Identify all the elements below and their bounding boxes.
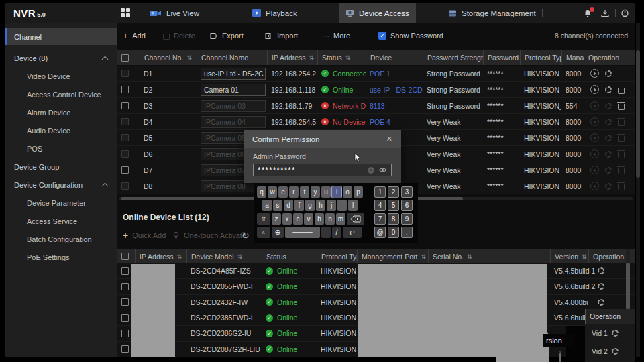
row-checkbox[interactable] xyxy=(121,70,129,77)
row-checkbox[interactable] xyxy=(121,134,129,141)
header-management-port[interactable]: Management Port xyxy=(357,249,428,263)
channel-name-field[interactable]: Camera 01 xyxy=(201,84,266,96)
device-link[interactable]: use-IP - DS-2CD... xyxy=(370,86,423,94)
key-r[interactable]: r xyxy=(289,186,299,198)
show-password-eye-icon[interactable] xyxy=(378,167,387,173)
trash-icon[interactable] xyxy=(618,88,625,94)
row-checkbox[interactable] xyxy=(121,150,129,158)
one-touch-activate-button[interactable]: One-touch Activate xyxy=(172,227,246,244)
quick-add-button[interactable]: +Quick Add xyxy=(123,227,166,244)
header-ip-address[interactable]: IP Address xyxy=(267,50,317,65)
play-icon[interactable] xyxy=(590,69,599,78)
row-checkbox[interactable] xyxy=(121,86,129,93)
sidebar-item-video-device[interactable]: Video Device xyxy=(5,67,117,85)
sidebar-item-poe-settings[interactable]: PoE Settings xyxy=(5,248,117,266)
row-checkbox[interactable] xyxy=(121,166,129,174)
key-z[interactable]: z xyxy=(272,213,281,225)
sidebar-item-batch-configuration[interactable]: Batch Configuration xyxy=(5,230,117,248)
select-all-checkbox[interactable] xyxy=(121,54,129,62)
online-select-all[interactable] xyxy=(117,249,135,263)
gear-icon[interactable] xyxy=(605,70,612,77)
key-n[interactable]: n xyxy=(325,213,335,225)
dash-key[interactable]: - xyxy=(321,227,331,238)
admin-password-input[interactable]: ********** × xyxy=(253,164,392,176)
overlay-vid2-row[interactable]: Vid 2 xyxy=(585,342,635,360)
key-o[interactable]: o xyxy=(343,186,352,198)
gear-icon[interactable] xyxy=(612,330,619,337)
header-channel-no[interactable]: Channel No. xyxy=(140,50,197,65)
key-8[interactable]: 8 xyxy=(388,213,399,225)
alarm-bell-button[interactable] xyxy=(584,3,592,23)
key-u[interactable]: u xyxy=(321,186,331,198)
sidebar-item-device-group-header[interactable]: Device (8) xyxy=(5,49,117,67)
close-icon[interactable]: ✕ xyxy=(386,135,392,143)
header-select-all[interactable] xyxy=(117,50,140,65)
key-b[interactable]: b xyxy=(315,213,324,225)
sidebar-item-audio-device[interactable]: Audio Device xyxy=(5,121,117,139)
symbols-key[interactable]: /. xyxy=(257,227,270,238)
key-t[interactable]: t xyxy=(300,186,309,198)
row-checkbox[interactable] xyxy=(121,298,129,306)
tab-live-view[interactable]: Live View xyxy=(143,3,206,23)
key-x[interactable]: x xyxy=(282,213,292,225)
download-button[interactable] xyxy=(601,3,609,23)
tab-storage-management[interactable]: Storage Management xyxy=(441,3,543,23)
device-link[interactable]: POE 1 xyxy=(370,70,390,78)
key-w[interactable]: w xyxy=(268,186,277,198)
sidebar-item-pos[interactable]: POS xyxy=(5,139,117,158)
key-5[interactable]: 5 xyxy=(388,200,399,211)
key-3[interactable]: 3 xyxy=(401,186,413,198)
header-device-model[interactable]: Device Model xyxy=(186,249,262,263)
sidebar-item-access-control-device[interactable]: Access Control Device xyxy=(5,85,117,103)
key-j[interactable]: j xyxy=(327,200,336,211)
trash-icon[interactable] xyxy=(618,104,625,110)
key-6[interactable]: 6 xyxy=(401,200,413,211)
shift-key[interactable]: ⇧ xyxy=(257,213,270,225)
header-version[interactable]: Version xyxy=(550,249,588,263)
slash-key[interactable]: / xyxy=(332,227,341,238)
space-key[interactable] xyxy=(285,227,320,238)
key-m[interactable]: m xyxy=(336,213,345,225)
key-q[interactable]: q xyxy=(257,186,266,198)
add-button[interactable]: +Add xyxy=(123,27,146,44)
key-2[interactable]: 2 xyxy=(388,186,399,198)
tab-playback[interactable]: Playback xyxy=(246,3,304,23)
gear-icon[interactable] xyxy=(612,348,619,355)
key-s[interactable]: s xyxy=(273,200,282,211)
row-checkbox[interactable] xyxy=(121,314,129,322)
show-password-toggle[interactable]: ✓Show Password xyxy=(378,27,443,44)
key-i-pressed[interactable]: i xyxy=(332,186,341,198)
overlay-vid1-row[interactable]: Vid 1 xyxy=(585,324,635,342)
online-scrollbar-thumb[interactable] xyxy=(626,263,630,310)
key-y[interactable]: y xyxy=(311,186,320,198)
import-button[interactable]: Import xyxy=(265,27,298,44)
gear-icon[interactable] xyxy=(598,283,604,290)
page-scrollbar-thumb[interactable] xyxy=(636,50,640,178)
row-checkbox[interactable] xyxy=(121,345,129,353)
key-k[interactable] xyxy=(337,200,347,211)
globe-key[interactable]: ⊕ xyxy=(272,227,284,238)
channel-name-field[interactable]: IPCamera 03 xyxy=(201,100,266,112)
key-l[interactable]: l xyxy=(348,200,358,211)
key-f[interactable]: f xyxy=(294,200,304,211)
channel-name-field[interactable]: use-IP Ltd - DS-2C xyxy=(201,68,266,80)
row-checkbox[interactable] xyxy=(121,182,129,190)
sidebar-item-device-group[interactable]: Device Group xyxy=(5,158,117,176)
gear-icon[interactable] xyxy=(605,86,612,93)
key-dot[interactable]: . xyxy=(401,227,413,238)
apps-grid-icon[interactable] xyxy=(121,8,131,18)
channel-row[interactable]: D1 use-IP Ltd - DS-2C 192.168.254.2 Conn… xyxy=(117,66,635,82)
device-link[interactable]: 8113 xyxy=(370,102,385,110)
export-button[interactable]: Export xyxy=(210,27,244,44)
header-status[interactable]: Status xyxy=(317,50,366,65)
key-h[interactable]: h xyxy=(316,200,325,211)
channel-name-field[interactable]: IPCamera 04 xyxy=(201,116,266,128)
play-icon[interactable] xyxy=(590,85,599,94)
row-checkbox[interactable] xyxy=(121,330,129,337)
sidebar-item-alarm-device[interactable]: Alarm Device xyxy=(5,103,117,121)
key-4[interactable]: 4 xyxy=(374,200,386,211)
clear-input-icon[interactable]: × xyxy=(368,167,374,174)
key-0[interactable]: 0 xyxy=(388,227,399,238)
key-e[interactable]: e xyxy=(278,186,288,198)
channel-row[interactable]: D4 IPCamera 04 192.168.254.5 No Devices.… xyxy=(117,114,635,130)
